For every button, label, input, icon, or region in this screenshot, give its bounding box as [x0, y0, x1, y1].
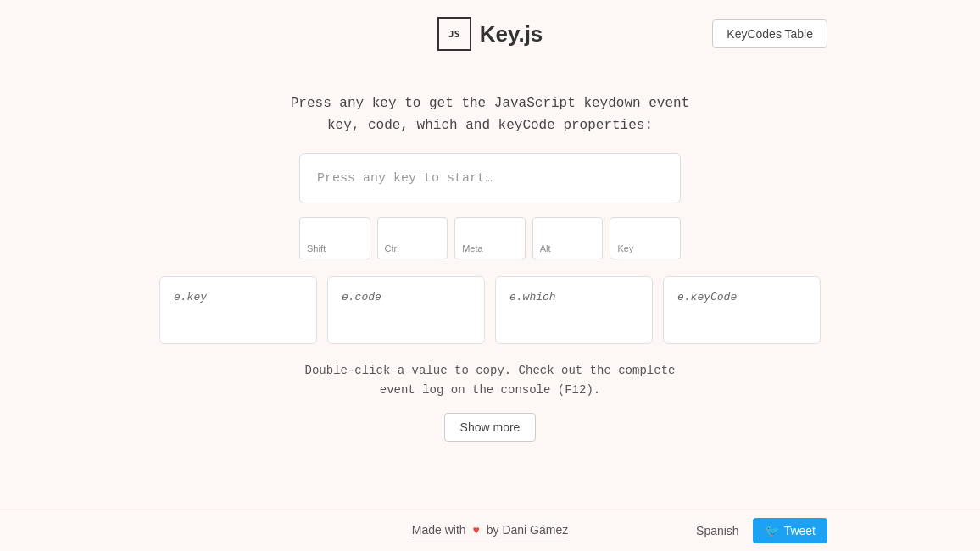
tweet-button-label: Tweet	[784, 524, 816, 537]
footer-heart-icon: ♥	[473, 523, 480, 537]
header: JS Key.js KeyCodes Table	[0, 0, 980, 68]
show-more-button[interactable]: Show more	[444, 413, 537, 442]
logo-text: Key.js	[480, 21, 543, 47]
modifier-ctrl-label: Ctrl	[385, 243, 399, 253]
result-card-keycode-label: e.keyCode	[677, 291, 806, 303]
footer: Made with ♥ by Dani Gámez Spanish 🐦 Twee…	[0, 509, 980, 551]
modifier-meta: Meta	[454, 217, 526, 259]
result-card-code-label: e.code	[342, 291, 471, 303]
result-card-code[interactable]: e.code	[327, 276, 485, 344]
result-card-which-label: e.which	[509, 291, 638, 303]
keycodes-table-button[interactable]: KeyCodes Table	[712, 19, 827, 48]
description-line1: Press any key to get the JavaScript keyd…	[291, 93, 689, 115]
result-card-which[interactable]: e.which	[495, 276, 653, 344]
modifier-ctrl: Ctrl	[377, 217, 448, 259]
modifier-shift-label: Shift	[307, 243, 326, 253]
modifier-key: Key	[610, 217, 681, 259]
description-line2: key, code, which and keyCode properties:	[291, 115, 689, 137]
footer-made-with-link[interactable]: Made with ♥ by Dani Gámez	[412, 523, 568, 537]
footer-by-label: by Dani Gámez	[487, 523, 568, 537]
page-wrapper: JS Key.js KeyCodes Table Press any key t…	[0, 0, 980, 551]
main-content: Press any key to get the JavaScript keyd…	[0, 68, 980, 509]
modifier-shift: Shift	[299, 217, 370, 259]
description: Press any key to get the JavaScript keyd…	[291, 93, 689, 136]
twitter-icon: 🐦	[765, 524, 779, 537]
language-button[interactable]: Spanish	[696, 524, 739, 537]
double-click-info: Double-click a value to copy. Check out …	[299, 361, 681, 399]
modifier-alt: Alt	[532, 217, 604, 259]
logo-icon: JS	[437, 17, 471, 51]
modifier-alt-label: Alt	[540, 243, 551, 253]
logo-icon-text: JS	[448, 29, 459, 40]
double-click-info-text: Double-click a value to copy. Check out …	[305, 364, 676, 396]
tweet-button[interactable]: 🐦 Tweet	[753, 518, 827, 543]
modifiers-row: Shift Ctrl Meta Alt Key	[299, 217, 681, 259]
result-card-keycode[interactable]: e.keyCode	[663, 276, 821, 344]
result-card-key-label: e.key	[174, 291, 303, 303]
footer-right: Spanish 🐦 Tweet	[696, 518, 827, 543]
modifier-meta-label: Meta	[462, 243, 482, 253]
result-card-key[interactable]: e.key	[159, 276, 317, 344]
modifier-key-label: Key	[617, 243, 633, 253]
logo-area: JS Key.js	[437, 17, 543, 51]
key-input-area[interactable]: Press any key to start…	[299, 153, 681, 203]
results-row: e.key e.code e.which e.keyCode	[159, 276, 821, 344]
footer-made-with-label: Made with	[412, 523, 470, 537]
